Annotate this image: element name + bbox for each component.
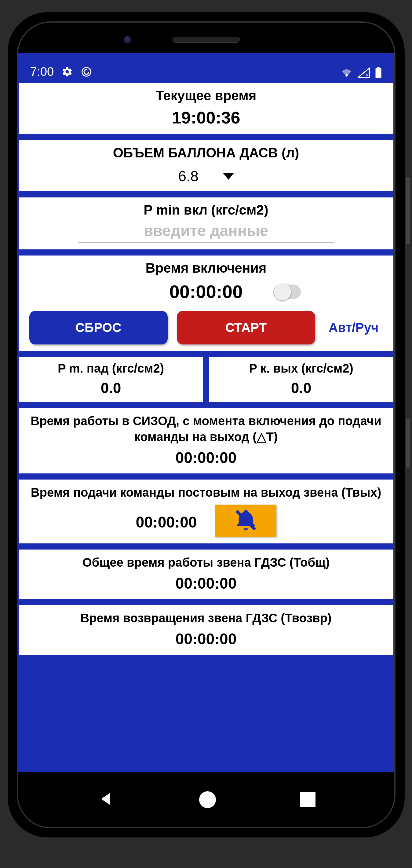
return-time-card: Время возвращения звена ГДЗС (Твозвр) 00… <box>18 604 394 656</box>
total-time-value: 00:00:00 <box>23 575 389 592</box>
cylinder-volume-value: 6.8 <box>178 168 199 185</box>
pmin-card: P min вкл (кгс/см2) введите данные <box>18 196 394 250</box>
pk-vyh-card: P к. вых (кгс/см2) 0.0 <box>208 356 394 403</box>
return-time-value: 00:00:00 <box>23 630 389 648</box>
cylinder-volume-label: ОБЪЕМ БАЛЛОНА ДАСВ (л) <box>23 145 389 160</box>
phone-speaker <box>173 37 240 43</box>
phone-camera <box>124 36 131 43</box>
work-time-value: 00:00:00 <box>23 449 389 467</box>
status-time: 7:00 <box>30 65 54 79</box>
pm-pad-label: P m. пад (кгс/см2) <box>22 362 201 375</box>
reset-button-label: СБРОС <box>75 320 122 335</box>
start-button-label: СТАРТ <box>225 320 267 335</box>
start-button[interactable]: СТАРТ <box>177 311 315 344</box>
activation-time-card: Время включения 00:00:00 СБРОС СТАРТ Авт… <box>18 255 394 352</box>
app-body: Текущее время 19:00:36 ОБЪЕМ БАЛЛОНА ДАС… <box>18 82 394 772</box>
gear-icon <box>61 66 73 78</box>
chevron-down-icon <box>223 173 234 180</box>
current-time-card: Текущее время 19:00:36 <box>18 82 394 135</box>
nav-back-icon[interactable] <box>97 790 115 809</box>
update-icon <box>81 66 92 78</box>
android-nav-bar <box>18 772 394 827</box>
current-time-value: 19:00:36 <box>23 107 389 127</box>
pm-pad-card: P m. пад (кгс/см2) 0.0 <box>18 356 204 403</box>
svg-point-0 <box>82 67 91 76</box>
current-time-label: Текущее время <box>23 88 389 103</box>
svg-rect-3 <box>377 67 380 68</box>
pk-vyh-value: 0.0 <box>212 380 391 396</box>
pmin-label: P min вкл (кгс/см2) <box>23 202 389 218</box>
work-time-card: Время работы в СИЗОД, с момента включени… <box>18 407 394 474</box>
phone-frame: 7:00 × Т <box>8 12 405 837</box>
exit-cmd-value: 00:00:00 <box>136 514 197 531</box>
status-bar: 7:00 × <box>18 53 394 82</box>
cylinder-volume-card: ОБЪЕМ БАЛЛОНА ДАСВ (л) 6.8 <box>18 140 394 192</box>
exit-cmd-card: Время подачи команды постовым на выход з… <box>18 478 394 544</box>
total-time-label: Общее время работы звена ГДЗС (Тобщ) <box>23 554 389 570</box>
svg-text:×: × <box>366 72 368 78</box>
mode-toggle[interactable] <box>273 284 301 299</box>
signal-icon: × <box>357 67 370 78</box>
activation-time-label: Время включения <box>23 260 389 276</box>
pk-vyh-label: P к. вых (кгс/см2) <box>212 362 391 375</box>
battery-icon <box>375 67 382 79</box>
nav-home-icon[interactable] <box>199 791 216 808</box>
return-time-label: Время возвращения звена ГДЗС (Твозвр) <box>23 610 389 626</box>
mode-label: Авт/Руч <box>324 320 383 335</box>
pmin-input[interactable]: введите данные <box>78 222 334 243</box>
side-button <box>406 177 410 245</box>
activation-time-value: 00:00:00 <box>169 281 242 302</box>
bell-button[interactable] <box>215 505 276 537</box>
pm-pad-value: 0.0 <box>22 380 201 396</box>
svg-rect-2 <box>375 68 381 78</box>
wifi-icon <box>341 67 353 78</box>
work-time-label: Время работы в СИЗОД, с момента включени… <box>23 413 389 445</box>
total-time-card: Общее время работы звена ГДЗС (Тобщ) 00:… <box>18 549 394 600</box>
side-button <box>406 419 410 468</box>
screen: 7:00 × Т <box>17 21 396 828</box>
exit-cmd-label: Время подачи команды постовым на выход з… <box>23 485 389 500</box>
nav-recent-icon[interactable] <box>300 792 315 807</box>
reset-button[interactable]: СБРОС <box>29 311 168 344</box>
bell-off-icon <box>234 508 258 534</box>
cylinder-volume-dropdown[interactable]: 6.8 <box>178 168 234 185</box>
